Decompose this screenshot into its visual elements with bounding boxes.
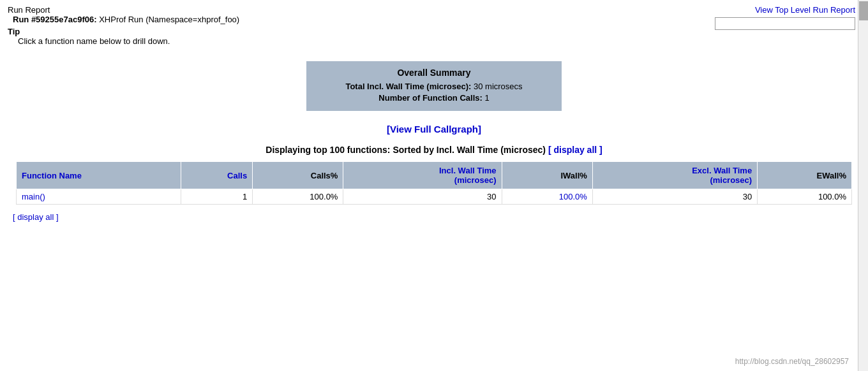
col-iwall-pct: IWall%	[502, 162, 592, 189]
bottom-display-all: [ display all ]	[13, 212, 855, 222]
cell-calls: 1	[181, 189, 253, 205]
col-function-name: Function Name	[17, 162, 181, 189]
col-calls: Calls	[181, 162, 253, 189]
cell-incl-wall-time: 30	[343, 189, 502, 205]
display-info: Displaying top 100 functions: Sorted by …	[0, 145, 868, 155]
run-description: XHProf Run (Namespace=xhprof_foo)	[99, 15, 239, 24]
summary-function-calls-row: Number of Function Calls: 1	[317, 93, 551, 103]
col-incl-wall-time: Incl. Wall Time(microsec)	[343, 162, 502, 189]
header-section: Run Report Run #59255e7ac9f06: XHProf Ru…	[0, 0, 868, 48]
function-calls-value: 1	[484, 93, 489, 103]
run-report-title: Run Report	[8, 5, 50, 15]
sort-incl-wall-link[interactable]: Incl. Wall Time(microsec)	[439, 166, 497, 185]
view-top-level-link[interactable]: View Top Level Run Report	[755, 5, 855, 15]
search-input[interactable]	[715, 17, 855, 30]
function-calls-label: Number of Function Calls:	[378, 93, 483, 103]
sort-calls-link[interactable]: Calls	[227, 171, 247, 180]
run-id-label: Run #59255e7ac9f06:	[13, 15, 97, 24]
scrollbar[interactable]	[858, 0, 868, 371]
col-ewall-pct: EWall%	[758, 162, 852, 189]
display-all-link-top[interactable]: [ display all ]	[548, 145, 602, 155]
callgraph-section: [View Full Callgraph]	[0, 124, 868, 135]
cell-iwall-pct: 100.0%	[502, 189, 592, 205]
tip-label: Tip	[8, 27, 20, 36]
cell-calls-pct: 100.0%	[253, 189, 343, 205]
summary-box: Overall Summary Total Incl. Wall Time (m…	[306, 61, 562, 111]
data-table: Function Name Calls Calls% Incl. Wall Ti…	[16, 161, 852, 205]
col-calls-pct: Calls%	[253, 162, 343, 189]
wall-time-label: Total Incl. Wall Time (microsec):	[345, 82, 471, 91]
sort-function-name-link[interactable]: Function Name	[22, 171, 82, 180]
view-callgraph-link[interactable]: [View Full Callgraph]	[387, 124, 481, 135]
summary-wall-time-row: Total Incl. Wall Time (microsec): 30 mic…	[317, 82, 551, 91]
table-row: main()1100.0%30100.0%30100.0%	[17, 189, 852, 205]
cell-function-name: main()	[17, 189, 181, 205]
top-right-section: View Top Level Run Report	[715, 5, 855, 30]
tip-text: Click a function name below to drill dow…	[18, 36, 170, 46]
col-excl-wall-time: Excl. Wall Time(microsec)	[592, 162, 757, 189]
cell-excl-wall-time: 30	[592, 189, 757, 205]
wall-time-value: 30 microsecs	[474, 82, 523, 91]
footer-url: http://blog.csdn.net/qq_28602957	[735, 357, 849, 366]
cell-ewall-pct: 100.0%	[758, 189, 852, 205]
sort-excl-wall-link[interactable]: Excl. Wall Time(microsec)	[692, 166, 752, 185]
display-text: Displaying top 100 functions: Sorted by …	[266, 145, 546, 155]
table-header-row: Function Name Calls Calls% Incl. Wall Ti…	[17, 162, 852, 189]
summary-title: Overall Summary	[317, 68, 551, 78]
display-all-link-bottom[interactable]: [ display all ]	[13, 212, 59, 222]
function-name-link[interactable]: main()	[22, 192, 45, 201]
